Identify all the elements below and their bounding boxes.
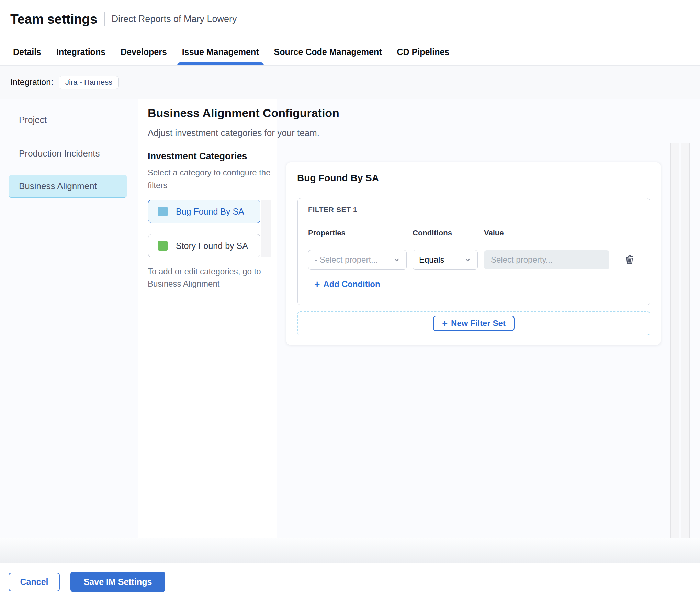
new-filter-set-label: New Filter Set xyxy=(451,319,506,328)
value-column-label: Value xyxy=(484,229,504,238)
note-line: To add or edit categories, go to xyxy=(148,265,261,278)
vertical-scrollbar-inner[interactable] xyxy=(681,143,690,538)
investment-categories-title: Investment Categories xyxy=(148,151,247,162)
section-title: Business Alignment Configuration xyxy=(148,106,339,120)
value-input[interactable] xyxy=(484,250,609,269)
sidebar-item-business-alignment[interactable]: Business Alignment xyxy=(9,175,127,198)
settings-tabbar: Details Integrations Developers Issue Ma… xyxy=(0,38,700,66)
condition-select-value: Equals xyxy=(419,255,444,265)
category-label: Bug Found By SA xyxy=(176,207,244,217)
category-button-story-found-by-sa[interactable]: Story Found by SA xyxy=(148,234,260,257)
categories-column-background xyxy=(138,99,277,538)
categories-note: To add or edit categories, go to Busines… xyxy=(148,265,261,290)
page-title: Team settings xyxy=(10,12,97,27)
conditions-column-label: Conditions xyxy=(413,229,452,238)
team-settings-screen: Team settings Direct Reports of Mary Low… xyxy=(0,0,700,600)
filter-set-title: FILTER SET 1 xyxy=(308,206,357,214)
sidebar-divider xyxy=(138,99,138,538)
hint-line: filters xyxy=(148,179,271,192)
add-condition-button[interactable]: + Add Condition xyxy=(314,279,380,289)
footer-bar: Cancel Save IM Settings xyxy=(0,563,700,600)
trash-icon xyxy=(623,253,636,266)
property-select-placeholder: - Select propert... xyxy=(315,255,378,265)
tab-integrations[interactable]: Integrations xyxy=(56,38,105,65)
categories-divider xyxy=(277,152,277,538)
integration-label: Integration: xyxy=(10,77,53,87)
category-color-swatch xyxy=(158,207,168,216)
tab-issue-management[interactable]: Issue Management xyxy=(182,38,259,65)
vertical-scrollbar-outer[interactable] xyxy=(670,143,679,538)
tab-source-code-management[interactable]: Source Code Management xyxy=(274,38,382,65)
tab-developers[interactable]: Developers xyxy=(121,38,167,65)
filter-card-title: Bug Found By SA xyxy=(297,173,379,184)
new-filter-set-dropzone: + New Filter Set xyxy=(297,311,650,335)
filter-set-1: FILTER SET 1 Properties Conditions Value… xyxy=(297,198,650,305)
content-area: Project Production Incidents Business Al… xyxy=(0,99,700,538)
sidebar-item-production-incidents[interactable]: Production Incidents xyxy=(9,143,127,164)
plus-icon: + xyxy=(442,319,448,328)
section-subtitle: Adjust investment categories for your te… xyxy=(148,128,319,138)
add-condition-label: Add Condition xyxy=(323,279,380,289)
page-subtitle: Direct Reports of Mary Lowery xyxy=(112,14,237,24)
categories-scrollbar[interactable] xyxy=(261,200,271,257)
category-color-swatch xyxy=(158,241,168,251)
note-line: Business Alignment xyxy=(148,278,261,290)
integration-chip[interactable]: Jira - Harness xyxy=(59,76,119,89)
plus-icon: + xyxy=(314,279,320,289)
chevron-down-icon xyxy=(464,256,472,264)
tab-details[interactable]: Details xyxy=(13,38,41,65)
investment-categories-hint: Select a category to configure the filte… xyxy=(148,166,271,192)
properties-column-label: Properties xyxy=(308,229,346,238)
title-separator xyxy=(104,12,105,26)
category-label: Story Found by SA xyxy=(176,241,248,251)
tab-cd-pipelines[interactable]: CD Pipelines xyxy=(397,38,450,65)
chevron-down-icon xyxy=(393,256,401,264)
condition-select[interactable]: Equals xyxy=(413,250,478,270)
page-header: Team settings Direct Reports of Mary Low… xyxy=(0,0,700,38)
hint-line: Select a category to configure the xyxy=(148,166,271,179)
property-select[interactable]: - Select propert... xyxy=(308,250,407,270)
integration-bar: Integration: Jira - Harness xyxy=(0,66,700,99)
category-button-bug-found-by-sa[interactable]: Bug Found By SA xyxy=(148,200,260,223)
save-im-settings-button[interactable]: Save IM Settings xyxy=(70,572,165,592)
filter-config-card: Bug Found By SA FILTER SET 1 Properties … xyxy=(286,162,661,345)
cancel-button[interactable]: Cancel xyxy=(9,573,60,591)
delete-condition-button[interactable] xyxy=(622,252,637,267)
footer-gradient xyxy=(0,538,700,563)
new-filter-set-button[interactable]: + New Filter Set xyxy=(433,316,515,331)
sidebar-item-project[interactable]: Project xyxy=(9,109,127,130)
